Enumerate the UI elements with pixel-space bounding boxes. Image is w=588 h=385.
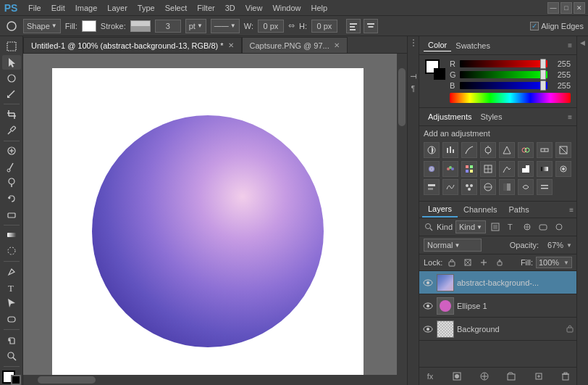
layers-panel-menu-button[interactable]: ≡ bbox=[569, 206, 574, 214]
photo-filter-button[interactable] bbox=[424, 161, 440, 177]
brightness-contrast-button[interactable] bbox=[424, 142, 440, 158]
height-input[interactable]: 0 px bbox=[311, 20, 337, 33]
blue-slider[interactable] bbox=[460, 82, 547, 89]
invert-button[interactable] bbox=[480, 161, 496, 177]
layers-tab[interactable]: Layers bbox=[422, 202, 458, 218]
equalize-button[interactable] bbox=[537, 179, 553, 195]
gradient-map-button[interactable] bbox=[537, 161, 553, 177]
pen-tool[interactable] bbox=[2, 265, 21, 279]
selective-color-button[interactable] bbox=[555, 161, 571, 177]
hdr-toning-button[interactable] bbox=[442, 179, 458, 195]
align-edges-option[interactable]: ✓ Align Edges bbox=[530, 22, 584, 30]
stroke-color-picker[interactable] bbox=[130, 20, 151, 32]
styles-tab[interactable]: Styles bbox=[476, 111, 507, 123]
vertical-scrollbar-thumb[interactable] bbox=[398, 68, 406, 126]
menu-filter[interactable]: Filter bbox=[192, 2, 219, 14]
horizontal-scrollbar-thumb[interactable] bbox=[38, 376, 96, 384]
menu-window[interactable]: Window bbox=[267, 2, 306, 14]
bw-button[interactable] bbox=[555, 142, 571, 158]
expand-panels-button[interactable] bbox=[409, 39, 418, 68]
horizontal-scrollbar[interactable] bbox=[23, 375, 397, 385]
clone-stamp-tool[interactable] bbox=[2, 175, 21, 190]
shadows-highlights-button[interactable] bbox=[424, 179, 440, 195]
layer-visibility-button-background[interactable] bbox=[422, 323, 434, 335]
marquee-tool[interactable] bbox=[2, 39, 21, 54]
color-lookup-button[interactable] bbox=[461, 161, 477, 177]
tab-close-untitled[interactable]: ✕ bbox=[228, 41, 234, 49]
brush-tool[interactable] bbox=[2, 160, 21, 174]
add-adjustment-button[interactable] bbox=[478, 370, 491, 383]
text-tool-side[interactable]: T bbox=[409, 74, 418, 79]
layer-item-background[interactable]: Background bbox=[419, 318, 576, 341]
color-spectrum[interactable] bbox=[450, 93, 571, 103]
desaturate-button[interactable] bbox=[480, 179, 496, 195]
kind-dropdown[interactable]: Kind ▼ bbox=[455, 220, 486, 233]
menu-layer[interactable]: Layer bbox=[102, 2, 133, 14]
swatches-tab[interactable]: Swatches bbox=[451, 40, 495, 51]
blue-slider-thumb[interactable] bbox=[540, 80, 546, 91]
paragraph-tool-side[interactable]: ¶ bbox=[411, 85, 415, 93]
shape-layer-filter-button[interactable] bbox=[537, 220, 550, 233]
menu-select[interactable]: Select bbox=[160, 2, 193, 14]
menu-image[interactable]: Image bbox=[70, 2, 103, 14]
smart-object-filter-button[interactable] bbox=[553, 220, 566, 233]
fill-value-input[interactable]: 100% ▼ bbox=[536, 257, 572, 268]
menu-edit[interactable]: Edit bbox=[46, 2, 70, 14]
layer-item-ellipse[interactable]: Ellipse 1 bbox=[419, 294, 576, 318]
type-tool[interactable]: T bbox=[2, 281, 21, 295]
type-layer-filter-button[interactable]: T bbox=[505, 220, 518, 233]
eyedropper-tool[interactable] bbox=[2, 123, 21, 138]
menu-3d[interactable]: 3D bbox=[220, 2, 240, 14]
paths-tab[interactable]: Paths bbox=[503, 202, 535, 217]
add-fx-button[interactable]: fx bbox=[424, 370, 437, 383]
create-group-button[interactable] bbox=[505, 370, 518, 383]
variations-button[interactable] bbox=[461, 179, 477, 195]
color-fg-bg[interactable] bbox=[425, 59, 445, 80]
hand-tool[interactable] bbox=[2, 333, 21, 347]
green-slider[interactable] bbox=[460, 71, 547, 78]
green-slider-thumb[interactable] bbox=[540, 70, 546, 80]
menu-type[interactable]: Type bbox=[133, 2, 160, 14]
close-button[interactable]: ✕ bbox=[574, 2, 585, 14]
levels-button[interactable] bbox=[442, 142, 458, 158]
lock-image-button[interactable] bbox=[461, 256, 474, 269]
match-color-button[interactable] bbox=[499, 179, 515, 195]
color-tab[interactable]: Color bbox=[424, 39, 451, 51]
tab-close-captsure[interactable]: ✕ bbox=[334, 41, 340, 49]
adjustments-panel-menu-button[interactable]: ≡ bbox=[568, 113, 572, 121]
crop-tool[interactable] bbox=[2, 107, 21, 122]
adjustment-layer-filter-button[interactable] bbox=[521, 220, 534, 233]
hsl-button[interactable] bbox=[518, 142, 534, 158]
menu-view[interactable]: View bbox=[240, 2, 268, 14]
width-input[interactable]: 0 px bbox=[258, 20, 284, 33]
lock-position-button[interactable] bbox=[477, 256, 490, 269]
fill-color-picker[interactable] bbox=[82, 20, 96, 32]
link-dimensions-icon[interactable]: ⇔ bbox=[288, 21, 295, 30]
channels-tab[interactable]: Channels bbox=[458, 202, 503, 217]
history-brush-tool[interactable] bbox=[2, 191, 21, 206]
red-slider[interactable] bbox=[460, 60, 547, 67]
opacity-value[interactable]: 67% bbox=[542, 241, 563, 249]
curves-button[interactable] bbox=[461, 142, 477, 158]
tab-untitled[interactable]: Untitled-1 @ 100% (abstract-background-1… bbox=[23, 37, 242, 53]
tab-captsure[interactable]: Captsure.PNG @ 97... ✕ bbox=[242, 37, 348, 53]
pixel-layer-filter-button[interactable] bbox=[489, 220, 502, 233]
lock-all-button[interactable] bbox=[493, 256, 506, 269]
heal-tool[interactable] bbox=[2, 144, 21, 159]
collapse-panels-button[interactable]: ◀ bbox=[580, 39, 585, 46]
eraser-tool[interactable] bbox=[2, 207, 21, 222]
delete-layer-button[interactable] bbox=[559, 370, 572, 383]
color-balance-button[interactable] bbox=[537, 142, 553, 158]
channel-mixer-button[interactable] bbox=[442, 161, 458, 177]
color-panel-menu-button[interactable]: ≡ bbox=[568, 41, 572, 49]
exposure-button[interactable] bbox=[480, 142, 496, 158]
layer-visibility-button-ellipse[interactable] bbox=[422, 300, 434, 312]
align-left-button[interactable] bbox=[346, 19, 361, 33]
posterize-button[interactable] bbox=[499, 161, 515, 177]
replace-color-button[interactable] bbox=[518, 179, 534, 195]
zoom-tool[interactable] bbox=[2, 349, 21, 363]
blend-mode-dropdown[interactable]: Normal ▼ bbox=[424, 239, 482, 252]
fg-bg-color-switcher[interactable] bbox=[2, 370, 21, 385]
blur-tool[interactable] bbox=[2, 244, 21, 258]
opacity-dropdown-arrow-icon[interactable]: ▼ bbox=[566, 242, 572, 249]
